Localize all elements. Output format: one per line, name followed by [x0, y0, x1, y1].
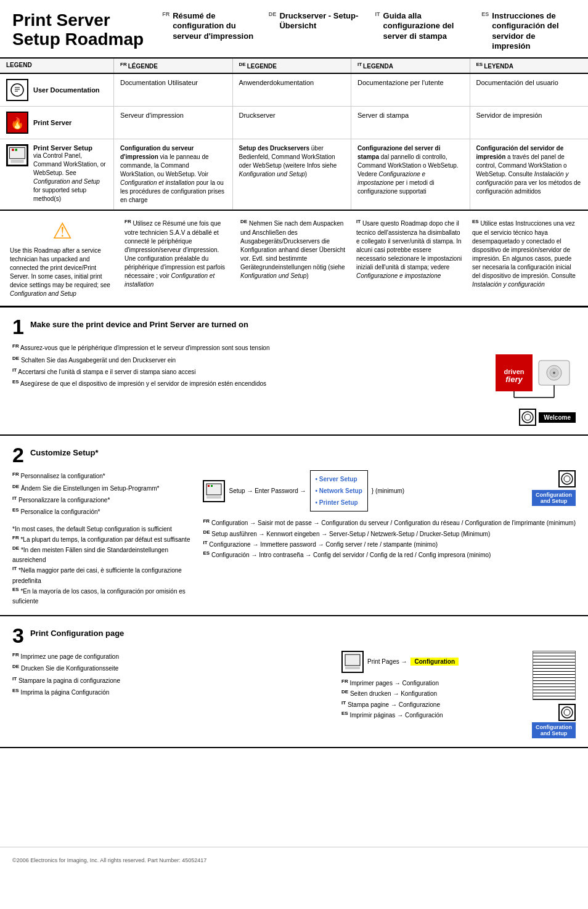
step-3-lang-it: IT Stampare la pagina di configurazione	[12, 675, 329, 687]
svg-point-14	[553, 372, 555, 374]
flag-it: IT	[375, 11, 380, 17]
step-2-right-de: DE Setup ausführen → Kennwort eingeben →…	[203, 529, 576, 539]
print-lines-image	[533, 651, 576, 700]
print-server-setup-icon	[6, 144, 28, 166]
step-2-lang-es: ES Personalice la configuración*	[12, 506, 190, 518]
step-3-badge-col: Configurationand Setup	[532, 651, 576, 738]
user-doc-es-label: Documentación del usuario	[476, 79, 558, 86]
table-row-user-doc: User Documentation Documentation Utilisa…	[0, 74, 588, 107]
page-title: Print Server Setup Roadmap	[12, 11, 144, 49]
print-server-setup-es-cell: Configuración del servidor de impresión …	[470, 139, 589, 210]
step-2-note-fr: FR *La plupart du temps, la configuratio…	[12, 534, 190, 545]
page-header: Print Server Setup Roadmap FR Résumé de …	[0, 0, 588, 59]
print-server-en-label: Print Server	[33, 119, 71, 126]
step-1-title-block: Make sure the print device and Print Ser…	[30, 316, 248, 329]
step-3-header: 3 Print Configuration page	[12, 625, 576, 646]
svg-point-26	[564, 476, 570, 482]
step-2-opt-printer: • Printer Setup	[316, 497, 362, 508]
step-2-note-de: DE *In den meisten Fällen sind die Stand…	[12, 545, 190, 565]
step-1-lang-fr: FR Assurez-vous que le périphérique d'im…	[12, 342, 477, 354]
header-lang-it: IT Guida alla configurazione del server …	[375, 11, 470, 51]
warning-en-text: Use this Roadmap after a service technic…	[10, 247, 115, 298]
step-3-right: Print Pages → Configuration FR Imprimer …	[341, 651, 576, 738]
svg-point-31	[564, 709, 570, 715]
step-2-title-block: Customize Setup*	[30, 444, 99, 457]
svg-text:🔥: 🔥	[10, 116, 25, 130]
print-server-setup-en-text: via Control Panel, Command WorkStation, …	[33, 152, 107, 203]
step-2-right: Setup → Enter Password → • Server Setup …	[203, 470, 576, 560]
main-title-block: Print Server Setup Roadmap	[12, 11, 144, 49]
step-1-lang-de: DE Schalten Sie das Ausgabegerät und den…	[12, 354, 477, 366]
print-server-it-label: Server di stampa	[357, 112, 409, 119]
step-3-lang-es: ES Imprima la página Configuración	[12, 687, 329, 698]
warning-de-col: DE Nehmen Sie nach dem Auspacken und Ans…	[240, 218, 346, 298]
step-2-config-badge: Configurationand Setup	[532, 490, 576, 506]
step-2-options-box: • Server Setup • Network Setup • Printer…	[310, 470, 368, 512]
step-2: 2 Customize Setup* FR Personnalisez la c…	[0, 436, 588, 616]
step-2-title: Customize Setup*	[30, 448, 99, 457]
print-server-de-label: Druckserver	[239, 112, 276, 119]
step-3-right-es: ES Imprimir páginas → Configuración	[341, 710, 459, 720]
print-server-setup-it-cell: Configurazione del server di stampa dal …	[351, 139, 470, 210]
table-row-print-server: 🔥 Print Server Serveur d'impression Druc…	[0, 107, 588, 139]
step-3-title: Print Configuration page	[30, 629, 124, 638]
step-3-icon-box	[341, 651, 364, 673]
legend-es: ESLEYENDA	[470, 59, 589, 73]
step-2-note-es: ES *En la mayoría de los casos, la confi…	[12, 586, 190, 606]
user-doc-de-label: Anwenderdokumentation	[239, 79, 314, 86]
step-3-right-de: DE Seiten drucken → Konfiguration	[341, 688, 459, 699]
warning-fr-col: FR Utilisez ce Résumé une fois que votre…	[125, 218, 231, 298]
step-1: 1 Make sure the print device and Print S…	[0, 308, 588, 436]
legend-de: DELEGENDE	[233, 59, 352, 73]
warning-section: ⚠ Use this Roadmap after a service techn…	[0, 211, 588, 308]
step-2-note-block: *In most cases, the default Setup config…	[12, 524, 190, 606]
step-1-lang-es: ES Asegúrese de que el dispositivo de im…	[12, 378, 477, 389]
svg-rect-7	[15, 149, 17, 152]
print-server-icon: 🔥	[6, 112, 28, 134]
svg-rect-28	[345, 654, 360, 666]
step-3-left: FR Imprimez une page de configuration DE…	[12, 651, 329, 698]
step-2-config-icon	[558, 470, 576, 487]
print-server-setup-en-label: Print Server Setup	[33, 144, 107, 152]
step-3-lang-de: DE Drucken Sie die Konfigurationsseite	[12, 662, 329, 674]
step-2-right-fr: FR Configuration → Saisir mot de passe →…	[203, 518, 576, 528]
print-server-setup-en-cell: Print Server Setup via Control Panel, Co…	[0, 139, 114, 210]
step-2-badge-container: Configurationand Setup	[532, 470, 576, 506]
step-2-right-it: IT Configurazione → Immettere password →…	[203, 539, 576, 550]
step-2-opt-network: • Network Setup	[316, 485, 362, 497]
page: Print Server Setup Roadmap FR Résumé de …	[0, 0, 588, 909]
step-3-config-icon	[558, 704, 576, 721]
step-2-right-top: Setup → Enter Password → • Server Setup …	[203, 470, 576, 512]
step-2-arrow1: Setup → Enter Password →	[229, 487, 306, 494]
print-server-setup-fr-cell: Configuration du serveur d'impression vi…	[114, 139, 233, 210]
svg-rect-24	[211, 485, 213, 487]
print-server-es-cell: Servidor de impresión	[470, 107, 589, 139]
user-doc-de-cell: Anwenderdokumentation	[233, 74, 352, 106]
footer: ©2006 Electronics for Imaging, Inc. All …	[0, 847, 588, 872]
step-2-number: 2	[12, 444, 24, 465]
step-3-lang-fr: FR Imprimez une page de configuration	[12, 651, 329, 662]
user-doc-fr-cell: Documentation Utilisateur	[114, 74, 233, 106]
legend-fr: FRLÉGENDE	[114, 59, 233, 73]
svg-rect-5	[10, 160, 23, 163]
step-2-body: FR Personnalisez la configuration* DE Än…	[12, 470, 576, 606]
step-3-right-langs: FR Imprimer pages → Configuration DE Sei…	[341, 678, 459, 720]
header-lang-de: DE Druckserver - Setup-Übersicht	[269, 11, 363, 51]
header-lang-fr: FR Résumé de configuration du serveur d'…	[162, 11, 256, 51]
warning-es-col: ES Utilice estas Instrucciones una vez q…	[472, 218, 578, 298]
print-server-fr-label: Serveur d'impression	[120, 112, 184, 119]
setup-icon-box	[203, 480, 225, 502]
step-2-lang-it: IT Personalizzare la configurazione*	[12, 494, 190, 506]
step-2-note-it: IT *Nella maggior parte dei casi, è suff…	[12, 565, 190, 585]
print-server-setup-de-cell: Setup des Druckservers über Bedienfeld, …	[233, 139, 352, 210]
step-2-left: FR Personnalisez la configuration* DE Än…	[12, 470, 190, 606]
spacer	[0, 748, 588, 822]
step-2-header: 2 Customize Setup*	[12, 444, 576, 465]
step-1-body: FR Assurez-vous que le périphérique d'im…	[12, 342, 576, 426]
print-server-fr-cell: Serveur d'impression	[114, 107, 233, 139]
user-doc-en-label: User Documentation	[33, 86, 100, 94]
step-3-config-badge: Configurationand Setup	[532, 722, 576, 738]
step-3-badge-container: Configurationand Setup	[532, 704, 576, 738]
step-3-diagram: Print Pages → Configuration	[341, 651, 459, 673]
svg-rect-29	[345, 667, 360, 669]
